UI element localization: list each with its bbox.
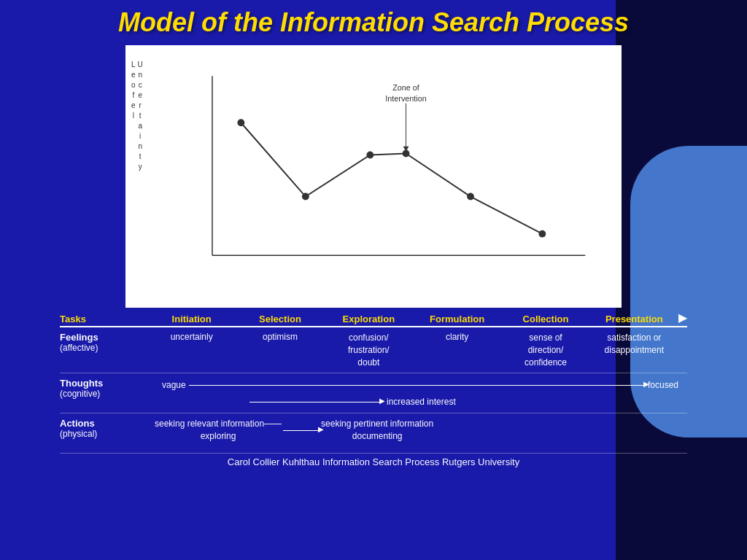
feelings-category: Feelings (affective) xyxy=(60,332,147,353)
interest-line: ▶ xyxy=(249,402,381,402)
thoughts-label: Thoughts xyxy=(60,378,147,389)
feeling-sense: sense ofdirection/confidence xyxy=(501,332,589,368)
seeking-relevant-text: seeking relevant information——exploring xyxy=(155,418,282,443)
feelings-row: Feelings (affective) uncertainly optimis… xyxy=(60,327,687,373)
tasks-arrow: ▶ xyxy=(678,311,687,324)
svg-point-8 xyxy=(366,152,374,159)
svg-point-11 xyxy=(538,230,546,238)
feeling-clarity: clarity xyxy=(413,332,501,368)
main-container: Model of the Information Search Process … xyxy=(53,0,694,475)
actions-row: Actions (physical) seeking relevant info… xyxy=(60,413,687,447)
thoughts-content: vague ▶ focused ▶ increased interest xyxy=(147,378,678,408)
svg-point-9 xyxy=(403,150,410,158)
actions-arrow: ▶ xyxy=(318,425,324,433)
task-selection: Selection xyxy=(236,314,324,324)
interest-text: increased interest xyxy=(387,397,456,407)
table-section: Tasks Initiation Selection Exploration F… xyxy=(60,308,687,467)
task-exploration: Exploration xyxy=(325,314,413,324)
task-presentation: Presentation xyxy=(590,314,678,324)
thoughts-row: Thoughts (cognitive) vague ▶ focused ▶ i… xyxy=(60,373,687,413)
feeling-confusion: confusion/frustration/doubt xyxy=(325,332,413,368)
vague-focused-row: vague ▶ focused xyxy=(147,378,678,392)
actions-category: Actions (physical) xyxy=(60,418,147,439)
feeling-optimism: optimism xyxy=(236,332,324,368)
task-initiation: Initiation xyxy=(147,314,236,324)
seeking-pertinent-text: seeking pertinent informationdocumenting xyxy=(321,418,433,443)
task-collection: Collection xyxy=(501,314,589,324)
actions-label: Actions xyxy=(60,418,147,429)
thoughts-sublabel: (cognitive) xyxy=(60,389,147,399)
tasks-label: Tasks xyxy=(60,314,147,324)
svg-text:Zone of: Zone of xyxy=(392,83,420,92)
task-formulation: Formulation xyxy=(413,314,501,324)
actions-content: seeking relevant information——exploring … xyxy=(155,418,678,443)
svg-point-10 xyxy=(467,193,474,201)
citation: Carol Collier Kuhlthau Information Searc… xyxy=(60,453,687,467)
svg-point-7 xyxy=(302,193,309,201)
vague-line: ▶ xyxy=(189,385,645,386)
thoughts-category: Thoughts (cognitive) xyxy=(60,378,147,399)
vague-arrow: ▶ xyxy=(643,380,649,388)
y-axis-label: Leofel Uncertainty xyxy=(131,60,143,172)
chart-container: Leofel Uncertainty Zone of Intervention xyxy=(125,45,622,308)
interest-arrow: ▶ xyxy=(379,397,385,405)
svg-point-6 xyxy=(237,119,244,126)
interest-row: ▶ increased interest xyxy=(249,395,678,408)
feelings-label: Feelings xyxy=(60,332,147,343)
feeling-uncertainly: uncertainly xyxy=(147,332,236,368)
feelings-cells: uncertainly optimism confusion/frustrati… xyxy=(147,332,678,368)
feeling-satisfaction: satisfaction ordisappointment xyxy=(590,332,678,368)
actions-sublabel: (physical) xyxy=(60,429,147,439)
svg-text:Intervention: Intervention xyxy=(385,94,426,103)
actions-line: ▶ xyxy=(283,430,320,431)
feelings-sublabel: (affective) xyxy=(60,343,147,353)
chart-svg: Zone of Intervention xyxy=(169,60,600,293)
focused-text: focused xyxy=(648,380,678,390)
page-title: Model of the Information Search Process xyxy=(53,7,694,38)
vague-text: vague xyxy=(162,380,186,390)
tasks-header-row: Tasks Initiation Selection Exploration F… xyxy=(60,308,687,327)
